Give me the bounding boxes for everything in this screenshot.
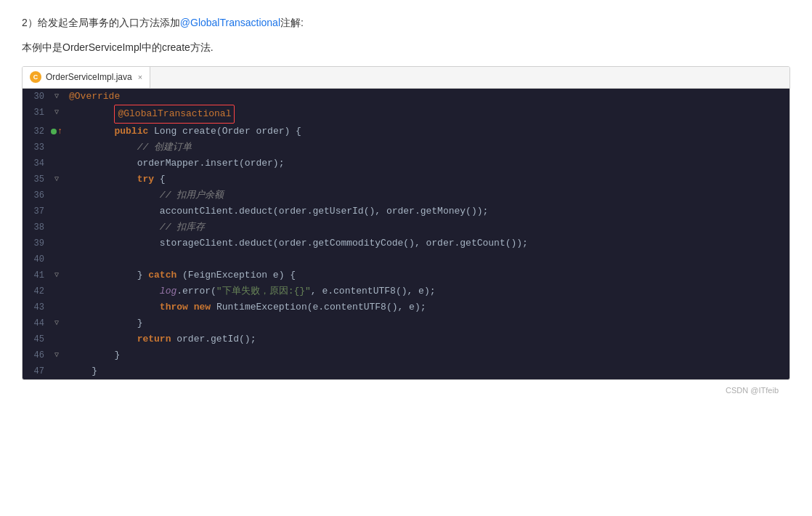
line-number: 34 bbox=[23, 156, 50, 172]
code-area: 30 ▽ @Override 31 ▽ @GlobalTransactional… bbox=[23, 89, 789, 379]
tab-close-button[interactable]: × bbox=[138, 73, 142, 81]
code-line-33: 33 // 创建订单 bbox=[23, 140, 789, 156]
gutter: ↑ bbox=[50, 124, 63, 140]
code-line-43: 43 throw new RuntimeException(e.contentU… bbox=[23, 299, 789, 315]
code-content: storageClient.deduct(order.getCommodityC… bbox=[63, 235, 789, 251]
code-content: orderMapper.insert(order); bbox=[63, 156, 789, 172]
line-number: 36 bbox=[23, 188, 50, 203]
code-line-30: 30 ▽ @Override bbox=[23, 89, 789, 105]
line-number: 47 bbox=[23, 363, 50, 379]
code-content: log.error("下单失败，原因:{}", e.contentUTF8(),… bbox=[63, 283, 789, 299]
code-line-36: 36 // 扣用户余额 bbox=[23, 188, 789, 203]
code-line-45: 45 return order.getId(); bbox=[23, 331, 789, 347]
code-content: @GlobalTransactional bbox=[63, 105, 789, 124]
code-line-38: 38 // 扣库存 bbox=[23, 219, 789, 235]
code-line-35: 35 ▽ try { bbox=[23, 172, 789, 188]
code-line-46: 46 ▽ } bbox=[23, 347, 789, 363]
code-line-37: 37 accountClient.deduct(order.getUserId(… bbox=[23, 203, 789, 219]
code-content: return order.getId(); bbox=[63, 331, 789, 347]
tab-c-icon: C bbox=[30, 71, 41, 83]
tab-item[interactable]: C OrderServiceImpl.java × bbox=[23, 67, 150, 88]
breakpoint-dot bbox=[51, 129, 57, 134]
line-number: 45 bbox=[23, 331, 50, 347]
code-content bbox=[63, 251, 789, 267]
line-number: 43 bbox=[23, 299, 50, 315]
line-number: 41 bbox=[23, 267, 50, 283]
gutter: ▽ bbox=[50, 89, 63, 105]
line-number: 40 bbox=[23, 251, 50, 267]
fold-arrow: ▽ bbox=[54, 172, 59, 188]
code-line-47: 47 } bbox=[23, 363, 789, 379]
code-line-42: 42 log.error("下单失败，原因:{}", e.contentUTF8… bbox=[23, 283, 789, 299]
code-content: } bbox=[63, 315, 789, 331]
annotation-reference: @GlobalTransactional bbox=[180, 17, 280, 28]
code-content: // 扣库存 bbox=[63, 219, 789, 235]
line-number: 31 bbox=[23, 105, 50, 121]
gutter: ▽ bbox=[50, 105, 63, 121]
line-number: 44 bbox=[23, 315, 50, 331]
code-content: // 扣用户余额 bbox=[63, 188, 789, 203]
gutter: ▽ bbox=[50, 315, 63, 331]
fold-arrow: ▽ bbox=[54, 267, 59, 283]
gutter: ▽ bbox=[50, 347, 63, 363]
code-content: } bbox=[63, 363, 789, 379]
line-number: 42 bbox=[23, 283, 50, 299]
line-number: 46 bbox=[23, 347, 50, 363]
code-line-41: 41 ▽ } catch (FeignException e) { bbox=[23, 267, 789, 283]
code-content: } catch (FeignException e) { bbox=[63, 267, 789, 283]
fold-arrow: ▽ bbox=[54, 89, 59, 105]
code-editor: C OrderServiceImpl.java × 30 ▽ @Override… bbox=[22, 66, 790, 380]
tab-filename: OrderServiceImpl.java bbox=[46, 72, 132, 82]
code-line-32: 32 ↑ public Long create(Order order) { bbox=[23, 124, 789, 140]
code-line-40: 40 bbox=[23, 251, 789, 267]
footer: CSDN @ITfeib bbox=[22, 380, 790, 400]
line-number: 39 bbox=[23, 235, 50, 251]
code-content: // 创建订单 bbox=[63, 140, 789, 156]
fold-arrow: ▽ bbox=[54, 315, 59, 331]
code-line-39: 39 storageClient.deduct(order.getCommodi… bbox=[23, 235, 789, 251]
fold-arrow: ▽ bbox=[54, 105, 59, 121]
code-content: throw new RuntimeException(e.contentUTF8… bbox=[63, 299, 789, 315]
code-content: public Long create(Order order) { bbox=[63, 124, 789, 140]
line-number: 32 bbox=[23, 124, 50, 140]
code-line-44: 44 ▽ } bbox=[23, 315, 789, 331]
line-number: 33 bbox=[23, 140, 50, 156]
line-number: 38 bbox=[23, 219, 50, 235]
line-number: 37 bbox=[23, 203, 50, 219]
code-content: } bbox=[63, 347, 789, 363]
page-container: 2）给发起全局事务的入口方法添加@GlobalTransactional注解: … bbox=[0, 0, 812, 408]
code-line-34: 34 orderMapper.insert(order); bbox=[23, 156, 789, 172]
intro-line2: 本例中是OrderServiceImpl中的create方法. bbox=[22, 39, 790, 55]
tab-bar: C OrderServiceImpl.java × bbox=[23, 67, 789, 89]
code-content: try { bbox=[63, 172, 789, 188]
code-content: accountClient.deduct(order.getUserId(), … bbox=[63, 203, 789, 219]
gutter: ▽ bbox=[50, 267, 63, 283]
fold-arrow: ▽ bbox=[54, 347, 59, 363]
footer-credit: CSDN @ITfeib bbox=[726, 386, 779, 395]
intro-line1: 2）给发起全局事务的入口方法添加@GlobalTransactional注解: bbox=[22, 15, 790, 31]
code-content: @Override bbox=[63, 89, 789, 105]
line-number: 30 bbox=[23, 89, 50, 105]
line-number: 35 bbox=[23, 172, 50, 188]
code-line-31: 31 ▽ @GlobalTransactional bbox=[23, 105, 789, 124]
gutter: ▽ bbox=[50, 172, 63, 188]
execution-arrow: ↑ bbox=[57, 124, 62, 140]
